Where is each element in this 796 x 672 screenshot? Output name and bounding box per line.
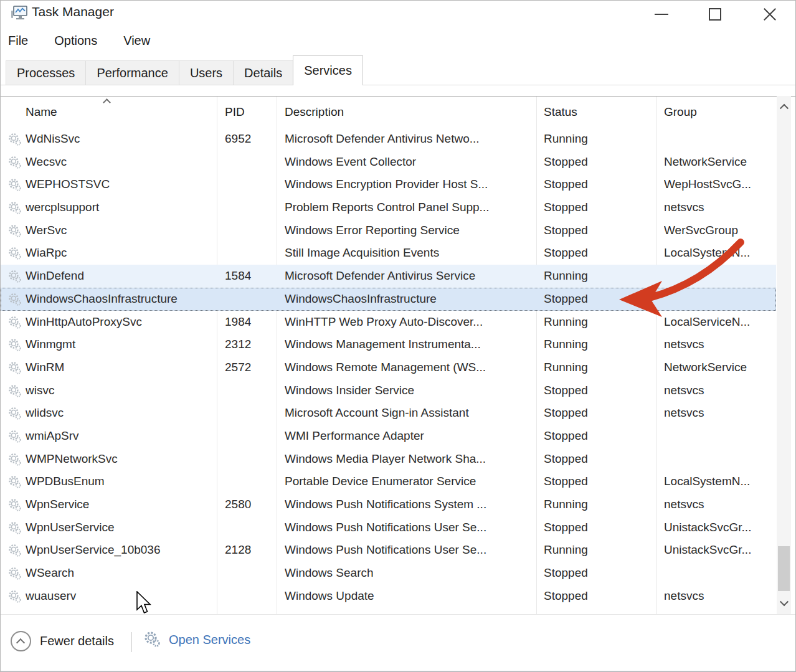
service-name: WMPNetworkSvc — [26, 448, 216, 471]
service-status: Running — [544, 356, 655, 379]
service-status: Stopped — [544, 173, 655, 196]
table-row[interactable]: WpnUserService Windows Push Notification… — [1, 516, 776, 539]
table-row[interactable]: WinDefend 1584 Microsoft Defender Antivi… — [1, 265, 776, 288]
task-manager-window: Task Manager File Options View Processes… — [0, 0, 796, 672]
service-description: Windows Push Notifications User Se... — [285, 516, 535, 539]
service-gear-icon — [8, 361, 21, 374]
service-group: UnistackSvcGr... — [664, 516, 775, 539]
service-description: Windows Push Notifications System ... — [285, 493, 535, 516]
minimize-button[interactable] — [647, 4, 676, 24]
table-row[interactable]: wisvc Windows Insider Service Stopped ne… — [1, 379, 776, 402]
service-gear-icon — [8, 316, 21, 329]
service-pid: 2312 — [225, 333, 275, 356]
services-table-body: WdNisSvc 6952 Microsoft Defender Antivir… — [1, 128, 776, 607]
service-description: Windows Error Reporting Service — [285, 219, 535, 242]
service-status: Stopped — [544, 516, 655, 539]
service-description: WindowsChaosInfrastructure — [285, 288, 535, 311]
service-group: WepHostSvcG... — [664, 173, 775, 196]
service-name: WinHttpAutoProxySvc — [26, 311, 216, 334]
service-description: Windows Management Instrumenta... — [285, 333, 535, 356]
service-gear-icon — [8, 384, 21, 397]
service-group: netsvcs — [664, 402, 775, 425]
service-name: Wecsvc — [26, 151, 216, 174]
service-gear-icon — [8, 407, 21, 420]
tab-services[interactable]: Services — [293, 55, 363, 85]
service-group: LocalSystemN... — [664, 470, 775, 493]
service-pid: 1584 — [225, 265, 275, 288]
service-group: netsvcs — [664, 493, 775, 516]
column-header-status[interactable]: Status — [544, 97, 577, 128]
service-group: WerSvcGroup — [664, 219, 775, 242]
table-row[interactable]: wlidsvc Microsoft Account Sign-in Assist… — [1, 402, 776, 425]
table-row[interactable]: WinHttpAutoProxySvc 1984 WinHTTP Web Pro… — [1, 311, 776, 334]
table-row[interactable]: wuauserv Windows Update Stopped netsvcs — [1, 585, 776, 608]
service-name: Winmgmt — [26, 333, 216, 356]
service-status: Running — [544, 539, 655, 562]
service-status: Running — [544, 493, 655, 516]
table-row[interactable]: Winmgmt 2312 Windows Management Instrume… — [1, 333, 776, 356]
menu-bar: File Options View — [1, 28, 795, 53]
menu-options[interactable]: Options — [54, 31, 97, 50]
table-row[interactable]: wmiApSrv WMI Performance Adapter Stopped — [1, 425, 776, 448]
service-name: WdNisSvc — [26, 128, 216, 151]
service-description: WMI Performance Adapter — [285, 425, 535, 448]
scrollbar-thumb[interactable] — [778, 546, 790, 591]
table-row[interactable]: WMPNetworkSvc Windows Media Player Netwo… — [1, 448, 776, 471]
service-description: WinHTTP Web Proxy Auto-Discover... — [285, 311, 535, 334]
sort-ascending-icon — [103, 98, 113, 105]
table-row[interactable]: WPDBusEnum Portable Device Enumerator Se… — [1, 470, 776, 493]
table-row[interactable]: WEPHOSTSVC Windows Encryption Provider H… — [1, 173, 776, 196]
table-row[interactable]: WerSvc Windows Error Reporting Service S… — [1, 219, 776, 242]
table-row[interactable]: Wecsvc Windows Event Collector Stopped N… — [1, 151, 776, 174]
table-row[interactable]: WSearch Windows Search Stopped — [1, 562, 776, 585]
close-icon — [762, 7, 777, 22]
service-description: Microsoft Defender Antivirus Netwo... — [285, 128, 535, 151]
column-header-group[interactable]: Group — [664, 97, 697, 128]
table-row[interactable]: WpnUserService_10b036 2128 Windows Push … — [1, 539, 776, 562]
service-status: Running — [544, 311, 655, 334]
maximize-button[interactable] — [701, 4, 729, 24]
tab-details[interactable]: Details — [233, 60, 293, 85]
service-status: Stopped — [544, 379, 655, 402]
service-name: WpnService — [26, 493, 216, 516]
service-name: WPDBusEnum — [26, 470, 216, 493]
service-pid: 2128 — [225, 539, 275, 562]
scroll-up-button[interactable] — [777, 96, 791, 117]
vertical-scrollbar[interactable] — [777, 96, 791, 614]
service-gear-icon — [8, 133, 21, 146]
fewer-details-button[interactable]: Fewer details — [11, 631, 114, 651]
table-row[interactable]: WpnService 2580 Windows Push Notificatio… — [1, 493, 776, 516]
service-gear-icon — [8, 567, 21, 580]
table-row[interactable]: WdNisSvc 6952 Microsoft Defender Antivir… — [1, 128, 776, 151]
tab-processes[interactable]: Processes — [6, 60, 86, 85]
table-row[interactable]: wercplsupport Problem Reports Control Pa… — [1, 196, 776, 219]
table-row[interactable]: WiaRpc Still Image Acquisition Events St… — [1, 242, 776, 265]
services-gear-icon — [144, 631, 160, 648]
service-status: Stopped — [544, 562, 655, 585]
tab-performance[interactable]: Performance — [85, 60, 179, 85]
service-description: Problem Reports Control Panel Supp... — [285, 196, 535, 219]
tab-users[interactable]: Users — [179, 60, 234, 85]
column-header-description[interactable]: Description — [285, 97, 344, 128]
service-gear-icon — [8, 475, 21, 488]
menu-view[interactable]: View — [123, 31, 150, 50]
table-row[interactable]: WinRM 2572 Windows Remote Management (WS… — [1, 356, 776, 379]
services-table: Name PID Description Status Group WdNisS… — [1, 96, 796, 614]
service-name: wisvc — [26, 379, 216, 402]
service-group: NetworkService — [664, 356, 775, 379]
service-name: WindowsChaosInfrastructure — [26, 288, 216, 311]
column-header-pid[interactable]: PID — [225, 97, 245, 128]
table-row[interactable]: WindowsChaosInfrastructure WindowsChaosI… — [1, 288, 776, 311]
menu-file[interactable]: File — [8, 31, 28, 50]
service-status: Stopped — [544, 425, 655, 448]
service-gear-icon — [8, 224, 21, 237]
service-status: Stopped — [544, 219, 655, 242]
service-description: Microsoft Account Sign-in Assistant — [285, 402, 535, 425]
service-name: WEPHOSTSVC — [26, 173, 216, 196]
open-services-link[interactable]: Open Services — [144, 631, 250, 648]
service-name: WpnUserService — [26, 516, 216, 539]
column-header-name[interactable]: Name — [26, 97, 57, 128]
close-button[interactable] — [756, 4, 784, 24]
service-name: WinDefend — [26, 265, 216, 288]
scroll-down-button[interactable] — [777, 593, 791, 614]
